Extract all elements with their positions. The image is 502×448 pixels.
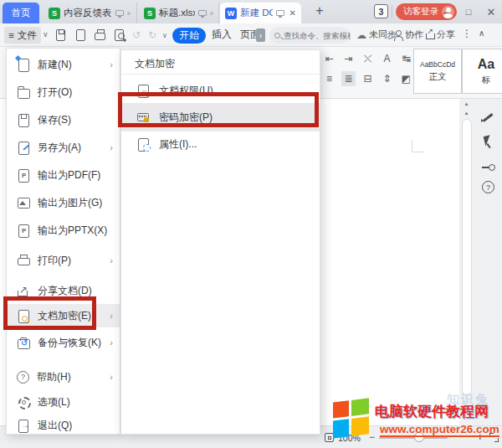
help-circle-icon[interactable]: ? [482,181,494,193]
annotation-box-password-encrypt [118,92,319,127]
ribbon-tab-insert[interactable]: 插入 [212,28,232,42]
zoom-level-value[interactable]: 100% [338,433,361,443]
zoom-slider-knob[interactable] [414,432,424,442]
scroll-to-top-icon[interactable]: ▴ [462,100,471,107]
scrollbar-thumb[interactable] [462,119,472,395]
more-ribbon-tabs-icon[interactable]: › [256,28,265,42]
zoom-out-icon[interactable]: − [369,431,375,443]
line-spacing-icon[interactable]: ⇕ [380,71,394,86]
tab-new-docx-active[interactable]: W 新建 DOCX 文 ✕ [220,3,301,23]
options-gear-icon [17,395,30,409]
submenu-arrow-icon: › [110,311,113,321]
divider [121,74,320,75]
export-pdf-icon [17,168,30,182]
wps-writer-window: 首页 S 内容反馈表 S 标题.xlsx W 新建 DOCX 文 ✕ + 3 访… [0,0,502,448]
share-icon [425,30,434,39]
file-menu-item-backup[interactable]: 备份与恢复(K) › [7,331,120,354]
distribute-icon[interactable]: ⊟ [361,71,375,86]
writer-app-icon: W [225,8,237,19]
save-icon[interactable] [54,29,67,41]
submenu-arrow-icon: › [110,255,113,265]
file-menu-item-export-pptx[interactable]: 输出为PPTX(X) [7,219,120,242]
select-cursor-icon[interactable] [482,136,494,148]
window-count-badge[interactable]: 3 [374,4,388,18]
menu-item-label: 保存(S) [38,113,113,127]
tab-spreadsheet-title[interactable]: S 标题.xlsx [139,3,219,23]
right-tool-sidebar: ? [474,99,502,425]
file-menu-caret-icon[interactable]: ∨ [43,30,49,39]
file-menu-panel: 新建(N) › 打开(O) 保存(S) 另存为(A) › 输出为PDF(F) 输… [6,48,120,435]
undo-icon[interactable]: ↺ [132,29,141,41]
print-icon[interactable] [94,29,106,41]
align-justify-icon[interactable]: ≣ [341,71,356,86]
file-menu-item-export-pdf[interactable]: 输出为PDF(F) [7,163,120,187]
monitor-icon [115,10,124,16]
more-options-icon[interactable]: ⋮ [462,28,472,39]
shading-icon[interactable]: ◩ [399,71,413,86]
close-button[interactable]: ✕ [481,0,501,23]
text-effects-icon[interactable]: ⤬ [361,51,375,66]
margin-corner-mark [412,140,424,152]
menu-item-label: 属性(I)... [159,137,308,152]
style-item-heading[interactable]: Aa 标 [462,49,502,94]
submenu-item-properties[interactable]: 属性(I)... [121,131,320,157]
style-preview: AaBbCcDd [420,60,455,69]
style-item-body-text[interactable]: AaBbCcDd 正文 [413,49,462,94]
submenu-arrow-icon: › [110,59,113,70]
file-menu-button[interactable]: ≡ 文件 [4,27,41,44]
edit-pen-icon[interactable] [482,109,494,121]
tab-close-icon[interactable]: ✕ [289,8,296,18]
file-menu-item-new[interactable]: 新建(N) › [7,53,120,76]
document-tab-bar: 首页 S 内容反馈表 S 标题.xlsx W 新建 DOCX 文 ✕ + 3 访… [0,0,502,23]
character-border-icon[interactable]: A [380,51,394,66]
decrease-indent-icon[interactable]: ⇤ [322,51,336,66]
maximize-button[interactable]: □ [458,0,479,23]
fullscreen-icon[interactable] [489,433,499,442]
status-dot-icon [210,12,213,15]
file-menu-item-help[interactable]: ? 帮助(H) › [7,366,120,388]
file-menu-item-save[interactable]: 保存(S) [7,108,120,131]
fit-page-icon[interactable] [325,433,334,442]
align-left-icon[interactable]: ≡ [322,71,336,86]
tab-home[interactable]: 首页 [3,3,39,23]
hamburger-icon: ≡ [8,30,14,40]
scroll-up-icon[interactable]: ▴ [462,110,471,116]
submenu-title: 文档加密 [121,55,320,72]
command-search-box[interactable] [269,27,350,44]
redo-icon[interactable]: ↻ [148,29,156,41]
share-button[interactable]: 分享 [425,28,455,41]
save-as-icon [17,141,30,154]
ribbon-tab-home[interactable]: 开始 [172,28,206,44]
adjust-settings-icon[interactable] [482,161,494,173]
file-menu-item-options[interactable]: 选项(L) [7,391,120,413]
style-gallery: AaBbCcDd 正文 Aa 标 [413,49,502,94]
spreadsheet-app-icon: S [144,8,156,19]
monitor-icon [198,10,207,16]
menu-item-label: 新建(N) [38,58,102,72]
vertical-scrollbar[interactable]: ▴ ▴ [459,99,474,425]
file-menu-item-print[interactable]: 打印(P) › [7,249,120,272]
print-icon [17,254,30,267]
print-preview-icon[interactable] [113,29,126,41]
search-input[interactable] [284,31,351,40]
increase-indent-icon[interactable]: ⇥ [341,51,356,66]
annotation-box-encrypt-menu [3,296,96,330]
menu-item-label: 选项(L) [38,395,113,409]
collaborate-button[interactable]: 协作 [393,28,423,41]
file-menu-item-save-as[interactable]: 另存为(A) › [7,136,120,159]
new-tab-button[interactable]: + [311,3,328,18]
file-menu-item-exit[interactable]: 退出(Q) [7,415,120,436]
tab-spreadsheet-feedback[interactable]: S 内容反馈表 [44,3,137,23]
zoom-slider-track[interactable] [379,437,448,439]
collapse-ribbon-icon[interactable]: ∧ [479,28,484,38]
file-menu-item-export-image[interactable]: 输出为图片(G) [7,191,120,214]
file-menu-item-open[interactable]: 打开(O) [7,80,120,104]
text-direction-icon[interactable]: ↹ [399,51,413,66]
minimize-button[interactable]: – [436,0,456,23]
menu-item-label: 打开(O) [38,85,113,100]
sync-status-button[interactable]: ☁ 未同步 [356,28,397,41]
share-doc-icon [17,284,30,297]
zoom-in-icon[interactable]: + [477,430,484,443]
help-icon: ? [17,371,29,384]
export-pdf-icon[interactable] [74,29,87,41]
